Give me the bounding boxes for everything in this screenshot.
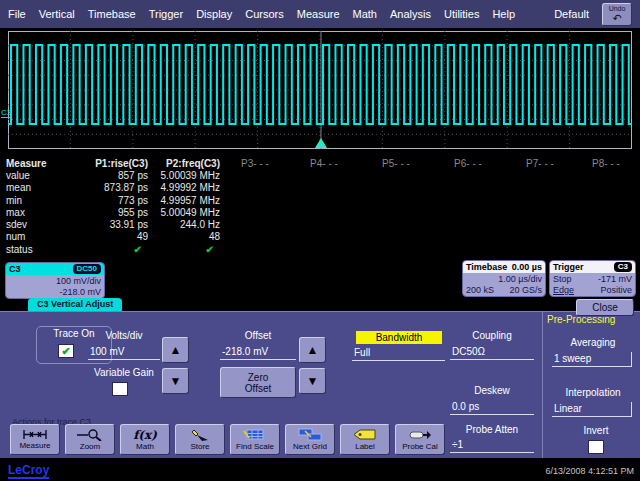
p1-min: 773 ps [60, 195, 150, 206]
row-label-sdev: sdev [6, 219, 60, 230]
p2-max: 5.00049 MHz [150, 207, 222, 218]
volts-div-up-button[interactable]: ▲ [162, 337, 189, 363]
deskew-field[interactable]: 0.0 ps [450, 400, 534, 415]
col-p1[interactable]: P1:rise(C3) [60, 158, 150, 169]
up-arrow-icon: ▲ [170, 343, 182, 357]
col-p5[interactable]: P5- - - [360, 158, 432, 169]
p1-mean: 873.87 ps [60, 182, 150, 193]
interpolation-field[interactable]: Linear [552, 402, 632, 417]
find-scale-button[interactable]: Find Scale [230, 424, 280, 455]
menu-utilities[interactable]: Utilities [444, 8, 479, 20]
label-button[interactable]: Label [340, 424, 390, 455]
row-label-num: num [6, 231, 60, 242]
p1-status-check-icon: ✔ [60, 244, 150, 255]
label-button-label: Label [355, 442, 375, 451]
col-p8[interactable]: P8- - - [576, 158, 636, 169]
c3-coupling-badge: DC50 [73, 264, 101, 274]
bandwidth-label: Bandwidth [356, 331, 442, 344]
trace-on-checkbox[interactable]: ✔ [58, 344, 74, 358]
menu-math[interactable]: Math [353, 8, 377, 20]
menu-cursors[interactable]: Cursors [245, 8, 284, 20]
c3-offset: -218.0 mV [9, 287, 101, 298]
default-label[interactable]: Default [554, 8, 589, 20]
next-grid-button[interactable]: Next Grid [285, 424, 335, 455]
waveform-grid [8, 31, 632, 149]
variable-gain-label: Variable Gain [86, 367, 162, 378]
offset-field[interactable]: -218.0 mV [220, 345, 296, 360]
row-label-value: value [6, 170, 60, 181]
dialog-separator [542, 312, 543, 458]
menu-measure[interactable]: Measure [297, 8, 340, 20]
zoom-button[interactable]: Zoom [65, 424, 115, 455]
next-grid-icon [297, 428, 323, 441]
deskew-label: Deskew [452, 385, 532, 396]
trigger-title: Trigger [553, 262, 584, 272]
timebase-descriptor[interactable]: Timebase 0.00 µs 1.00 µs/div 200 kS 20 G… [462, 260, 546, 297]
col-p6[interactable]: P6- - - [432, 158, 504, 169]
timebase-rate: 20 GS/s [509, 285, 542, 296]
volts-div-label: Volts/div [88, 330, 160, 341]
p2-sdev: 244.0 Hz [150, 219, 222, 230]
offset-up-button[interactable]: ▲ [299, 337, 326, 363]
close-button[interactable]: Close [576, 299, 634, 316]
col-p3[interactable]: P3- - - [222, 158, 288, 169]
p2-value: 5.00039 MHz [150, 170, 222, 181]
menu-file[interactable]: File [8, 8, 26, 20]
undo-button[interactable]: Undo ↶ [602, 3, 632, 26]
up-arrow-icon: ▲ [307, 343, 319, 357]
menu-display[interactable]: Display [196, 8, 232, 20]
menu-vertical[interactable]: Vertical [39, 8, 75, 20]
down-arrow-icon: ▼ [170, 374, 182, 388]
oscilloscope-screen: File Vertical Timebase Trigger Display C… [0, 0, 640, 481]
offset-down-button[interactable]: ▼ [299, 368, 326, 394]
menu-trigger[interactable]: Trigger [149, 8, 183, 20]
row-label-status: status [6, 244, 60, 255]
c3-channel-descriptor[interactable]: C3 DC50 100 mV/div -218.0 mV [5, 262, 105, 299]
measure-button[interactable]: Measure [10, 424, 60, 455]
math-button[interactable]: f(x) Math [120, 424, 170, 455]
trigger-level: -171 mV [598, 274, 632, 285]
variable-gain-checkbox[interactable] [112, 382, 128, 396]
measure-button-label: Measure [19, 441, 50, 450]
store-button-label: Store [190, 442, 209, 451]
p2-min: 4.99957 MHz [150, 195, 222, 206]
timebase-samples: 200 kS [466, 285, 494, 296]
volts-div-field[interactable]: 100 mV [88, 345, 160, 360]
row-label-min: min [6, 195, 60, 206]
find-scale-icon [242, 429, 268, 441]
volts-div-down-button[interactable]: ▼ [162, 368, 189, 394]
p2-num: 48 [150, 231, 222, 242]
fx-icon: f(x) [133, 429, 157, 441]
trigger-descriptor[interactable]: Trigger C3 Stop -171 mV Edge Positive [549, 260, 636, 297]
status-bar: LeCroy 6/13/2008 4:12:51 PM [0, 461, 640, 481]
row-label-max: max [6, 207, 60, 218]
label-icon [352, 429, 378, 441]
bandwidth-field[interactable]: Full [352, 346, 445, 361]
offset-label: Offset [220, 330, 296, 341]
down-arrow-icon: ▼ [307, 374, 319, 388]
invert-checkbox[interactable] [588, 440, 604, 454]
trigger-time-marker [315, 138, 327, 148]
timebase-scale: 1.00 µs/div [466, 274, 542, 285]
zero-offset-label: Zero Offset [236, 372, 281, 394]
p1-max: 955 ps [60, 207, 150, 218]
p2-status-check-icon: ✔ [150, 244, 222, 255]
c3-zero-level-marker[interactable]: C3 [1, 108, 11, 118]
tab-c3-vertical-adjust[interactable]: C3 Vertical Adjust [28, 298, 122, 311]
next-grid-button-label: Next Grid [293, 442, 327, 451]
probe-cal-button[interactable]: Probe Cal [395, 424, 445, 455]
zero-offset-button[interactable]: Zero Offset [220, 367, 296, 398]
col-p7[interactable]: P7- - - [504, 158, 576, 169]
menu-analysis[interactable]: Analysis [390, 8, 431, 20]
averaging-field[interactable]: 1 sweep [552, 352, 632, 367]
probe-atten-field[interactable]: ÷1 [450, 438, 534, 453]
menu-timebase[interactable]: Timebase [88, 8, 136, 20]
store-button[interactable]: Store [175, 424, 225, 455]
menu-help[interactable]: Help [492, 8, 515, 20]
col-p4[interactable]: P4- - - [288, 158, 360, 169]
measure-icon [21, 429, 49, 440]
waveform-display[interactable]: C3 [0, 28, 640, 157]
coupling-field[interactable]: DC50Ω [450, 345, 534, 360]
measure-table: Measure P1:rise(C3) P2:freq(C3) P3- - - … [6, 157, 638, 255]
col-p2[interactable]: P2:freq(C3) [150, 158, 222, 169]
